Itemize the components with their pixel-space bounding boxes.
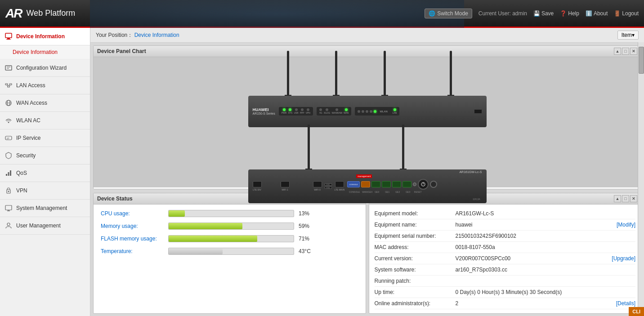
help-icon: ❓: [560, 10, 567, 17]
svg-rect-19: [10, 170, 11, 176]
back-antenna-1: [308, 125, 310, 169]
help-label: Help: [568, 10, 579, 17]
modify-name-link[interactable]: [Modify]: [617, 222, 635, 228]
temp-bar: [169, 248, 223, 254]
panel-restore-btn[interactable]: □: [622, 48, 629, 55]
ge3-port: [402, 181, 411, 187]
item-dropdown-button[interactable]: Item▾: [617, 31, 639, 40]
qos-icon: [4, 169, 13, 177]
system-icon: [4, 204, 13, 212]
wanwam-led: [335, 108, 338, 111]
device-panel-body: HUAWEI AR150-S Series PWR SYS: [94, 57, 641, 187]
wifi1-group: WIFI 1: [281, 181, 290, 191]
logout-button[interactable]: 🚪 Logout: [614, 10, 639, 17]
ge1-port: [382, 181, 391, 187]
memory-bar: [169, 223, 242, 229]
sidebar-item-wlan-ac[interactable]: WLAN AC: [0, 112, 90, 129]
equipment-name-label: Equipment name:: [375, 222, 456, 228]
info-close-btn[interactable]: ✕: [630, 195, 637, 202]
cpu-bar: [169, 210, 185, 217]
ge0-port: [371, 181, 380, 187]
memory-label: Memory usage:: [101, 223, 164, 229]
svg-text:IP: IP: [7, 137, 9, 140]
system-software-value: ar160_R7Spc0303.cc: [456, 267, 636, 273]
header-right: 🌐 Switch Mode Current User: admin 💾 Save…: [425, 9, 639, 18]
save-button[interactable]: 💾 Save: [533, 10, 554, 17]
user-icon: [4, 222, 13, 230]
sidebar-user-label: User Management: [16, 223, 61, 229]
equipment-model-value: AR161GW-Lc-S: [456, 210, 636, 217]
about-button[interactable]: ℹ️ About: [586, 10, 608, 17]
reset-button[interactable]: [413, 182, 416, 186]
bottom-panels: Device Status ▲ □ ✕ CPU usage:: [93, 193, 641, 314]
lan-led: [394, 108, 396, 111]
header-world-map: [90, 0, 464, 28]
sidebar-item-security[interactable]: Security: [0, 147, 90, 165]
device-info-body: Equipment model: AR161GW-Lc-S Equipment …: [369, 205, 641, 313]
sidebar-wlan-label: WLAN AC: [16, 117, 40, 124]
svg-rect-6: [5, 84, 8, 85]
sidebar-item-device-information[interactable]: Device Information: [0, 28, 90, 45]
equipment-model-label: Equipment model:: [375, 210, 456, 217]
model-name: AR150-S Series: [253, 112, 275, 115]
sidebar-item-wan-access[interactable]: WAN Access: [0, 94, 90, 112]
info-restore-btn[interactable]: □: [622, 195, 629, 202]
current-version-label: Current version:: [375, 255, 456, 262]
serial-number-row: Equipment serial number: 21500103242SF69…: [375, 231, 636, 242]
front-ports-row: CONSOLE: [347, 179, 437, 190]
breadcrumb-current: Device Information: [134, 32, 179, 38]
switch-mode-button[interactable]: 🌐 Switch Mode: [425, 9, 472, 18]
scrollbar-thumb[interactable]: [639, 47, 644, 74]
router-back-body: AR161GW-Lc-S LTE DIV WIF: [248, 169, 487, 203]
monitor-icon: [4, 32, 13, 40]
flash-usage-row: FLASH memory usage: 71%: [101, 235, 358, 242]
system-software-row: System software: ar160_R7Spc0303.cc: [375, 264, 636, 276]
wlan-led-5: [374, 110, 376, 113]
svg-point-25: [7, 223, 10, 226]
led-group-1: PWR SYS USB: [279, 107, 313, 116]
cli-badge[interactable]: CLI: [629, 307, 644, 316]
sidebar-subitem-device-information[interactable]: Device Information: [0, 45, 90, 59]
lan-icon: [4, 81, 13, 89]
wan-ge4-label: WAN/GE4: [362, 191, 371, 193]
sidebar-item-lan-access[interactable]: LAN Access: [0, 77, 90, 94]
logo-text: Web Platform: [26, 9, 75, 18]
sidebar-item-user-management[interactable]: User Management: [0, 217, 90, 235]
panel-close-btn[interactable]: ✕: [630, 48, 637, 55]
details-link[interactable]: [Details]: [616, 300, 635, 307]
ge2-label: GE2: [393, 191, 402, 193]
router-image: HUAWEI AR150-S Series PWR SYS: [248, 43, 487, 203]
sidebar-item-vpn[interactable]: VPN: [0, 182, 90, 200]
front-antennas: [255, 43, 480, 96]
temperature-row: Temperature: 43°C: [101, 248, 358, 255]
wan-ge4-port: [361, 181, 370, 187]
sidebar-item-ip-service[interactable]: IP IP Service: [0, 129, 90, 147]
port-cluster: management CONSOLE: [347, 179, 437, 193]
info-collapse-btn[interactable]: ▲: [614, 195, 621, 202]
about-icon: ℹ️: [586, 10, 592, 17]
port-labels-row: CONSOLE WAN/GE4 GE0 GE1 GE2 GE3 RESET: [347, 191, 437, 193]
flash-value: 71%: [299, 236, 319, 242]
panel-controls: ▲ □ ✕: [614, 48, 637, 55]
mac-address-label: MAC address:: [375, 244, 456, 250]
temp-bar-container: [168, 248, 294, 255]
memory-usage-row: Memory usage: 59%: [101, 223, 358, 230]
svg-rect-1: [7, 38, 10, 39]
vertical-scrollbar[interactable]: [638, 42, 644, 316]
svg-point-21: [8, 191, 9, 192]
router-front-body: HUAWEI AR150-S Series PWR SYS: [248, 96, 487, 127]
vpn-led: [307, 108, 309, 111]
lte-div-port: [253, 181, 262, 187]
upgrade-link[interactable]: [Upgrade]: [612, 255, 635, 262]
memory-bar-container: [168, 223, 294, 230]
dc-jack: [430, 181, 437, 188]
cpu-label: CPU usage:: [101, 210, 164, 217]
temperature-label: Temperature:: [101, 248, 164, 254]
wifi1-port: [281, 181, 290, 187]
sidebar-item-qos[interactable]: QoS: [0, 165, 90, 182]
sidebar-item-system-management[interactable]: System Management: [0, 200, 90, 217]
help-button[interactable]: ❓ Help: [560, 10, 579, 17]
sidebar-item-configuration-wizard[interactable]: Configuration Wizard: [0, 59, 90, 77]
panel-collapse-btn[interactable]: ▲: [614, 48, 621, 55]
wizard-icon: [4, 64, 13, 72]
